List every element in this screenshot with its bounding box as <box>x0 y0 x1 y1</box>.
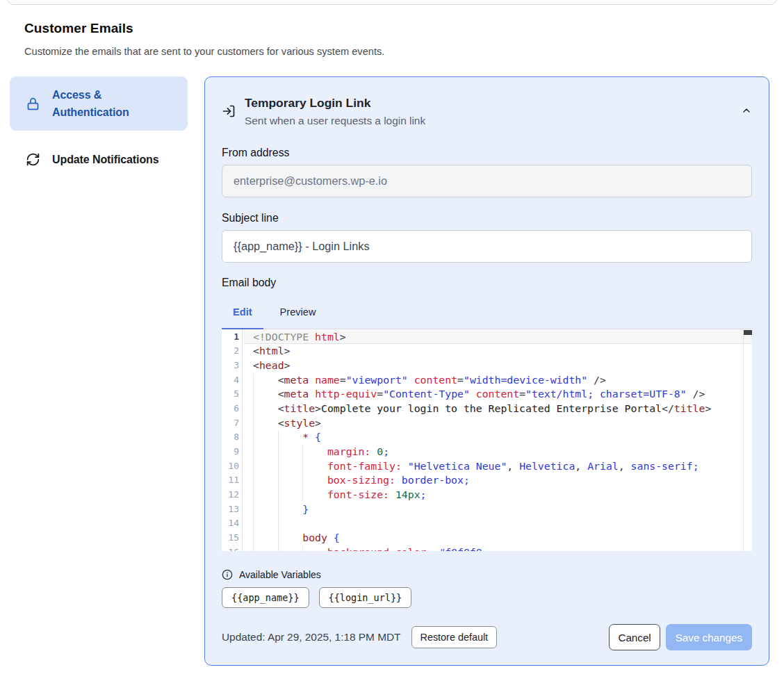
login-icon <box>222 104 236 118</box>
email-body-label: Email body <box>222 277 752 289</box>
code-editor[interactable]: 12345678910111213141516 <!DOCTYPE html><… <box>222 329 752 551</box>
info-icon[interactable] <box>222 569 233 580</box>
line-number: 12 <box>222 488 242 502</box>
cancel-button[interactable]: Cancel <box>609 624 660 650</box>
page-subtitle: Customize the emails that are sent to yo… <box>24 46 384 57</box>
from-address-label: From address <box>222 147 752 159</box>
code-line[interactable]: <head> <box>253 359 742 373</box>
sidebar-item-access-authentication[interactable]: Access & Authentication <box>10 76 188 131</box>
sidebar: Access & AuthenticationUpdate Notificati… <box>10 76 188 178</box>
code-line[interactable]: <html> <box>253 344 742 359</box>
code-line[interactable]: box-sizing: border-box; <box>253 473 742 488</box>
lock-icon <box>26 97 40 111</box>
code-line[interactable]: <meta http-equiv="Content-Type" content=… <box>253 387 742 402</box>
line-number: 7 <box>222 416 242 431</box>
panel-title: Temporary Login Link <box>245 95 425 110</box>
line-number: 10 <box>222 459 242 474</box>
code-line[interactable]: <title>Complete your login to the Replic… <box>253 402 742 416</box>
line-number: 11 <box>222 473 242 488</box>
line-number: 14 <box>222 516 242 531</box>
refresh-icon <box>26 152 40 167</box>
subject-line-input[interactable] <box>222 230 752 263</box>
code-line[interactable]: background-color: #f8f8f8; <box>253 545 742 551</box>
collapse-chevron-up-icon[interactable] <box>741 105 752 116</box>
code-line[interactable]: * { <box>253 430 742 445</box>
code-line[interactable]: <!DOCTYPE html> <box>253 330 742 345</box>
code-line[interactable]: font-size: 14px; <box>253 488 742 502</box>
code-line[interactable]: <style> <box>253 416 742 431</box>
subject-line-label: Subject line <box>222 212 752 224</box>
variable-chip[interactable]: {{app_name}} <box>222 587 309 608</box>
sidebar-item-update-notifications[interactable]: Update Notifications <box>10 141 188 178</box>
top-card-edge <box>7 0 777 5</box>
panel-subtitle: Sent when a user requests a login link <box>245 113 425 128</box>
code-line[interactable] <box>253 516 742 531</box>
save-changes-button[interactable]: Save changes <box>666 624 752 650</box>
line-number: 4 <box>222 373 242 388</box>
sidebar-item-label: Access & Authentication <box>52 86 177 121</box>
code-line[interactable]: <meta name="viewport" content="width=dev… <box>253 373 742 388</box>
line-number: 5 <box>222 387 242 402</box>
editor-scrollbar[interactable] <box>743 329 752 551</box>
line-number: 1 <box>222 330 242 345</box>
tab-preview[interactable]: Preview <box>269 304 327 329</box>
available-variables-label: Available Variables <box>239 569 321 580</box>
panel-footer: Updated: Apr 29, 2025, 1:18 PM MDT Resto… <box>222 624 752 650</box>
line-number: 2 <box>222 344 242 359</box>
email-settings-panel: Temporary Login Link Sent when a user re… <box>204 76 769 666</box>
sidebar-item-label: Update Notifications <box>52 151 159 168</box>
line-number: 15 <box>222 531 242 545</box>
line-number: 6 <box>222 402 242 416</box>
page-title: Customer Emails <box>24 21 133 36</box>
line-number: 9 <box>222 445 242 459</box>
line-number: 3 <box>222 359 242 373</box>
updated-timestamp: Updated: Apr 29, 2025, 1:18 PM MDT <box>222 631 401 643</box>
panel-header: Temporary Login Link Sent when a user re… <box>222 95 752 128</box>
code-line[interactable]: font-family: "Helvetica Neue", Helvetica… <box>253 459 742 474</box>
variable-chip[interactable]: {{login_url}} <box>319 587 412 608</box>
line-number-gutter: 12345678910111213141516 <box>222 329 243 551</box>
editor-tabs: EditPreview <box>222 304 752 329</box>
restore-default-button[interactable]: Restore default <box>411 626 498 648</box>
line-number: 16 <box>222 545 242 551</box>
code-line[interactable]: body { <box>253 531 742 545</box>
from-address-input[interactable] <box>222 165 752 197</box>
line-number: 8 <box>222 430 242 445</box>
code-line[interactable]: margin: 0; <box>253 445 742 459</box>
line-number: 13 <box>222 502 242 517</box>
code-line[interactable]: } <box>253 502 742 517</box>
available-variables-row: Available Variables <box>222 569 752 580</box>
editor-scrollbar-thumb[interactable] <box>744 330 752 335</box>
tab-edit[interactable]: Edit <box>222 304 263 329</box>
